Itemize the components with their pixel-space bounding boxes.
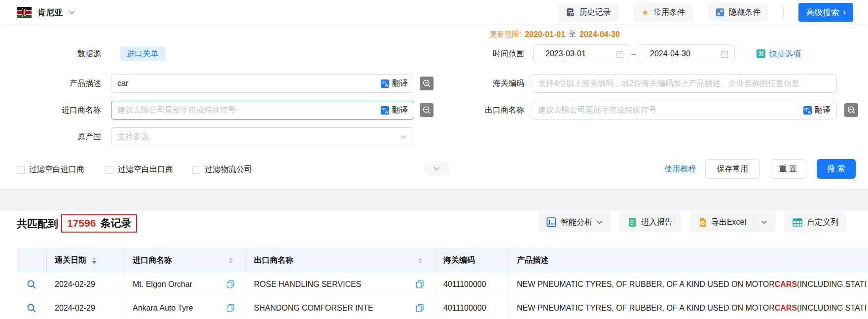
date-start-input[interactable] bbox=[540, 45, 616, 63]
quick-options-button[interactable]: ⌘ 快捷选项 bbox=[757, 44, 801, 63]
date-end-input[interactable] bbox=[644, 45, 721, 63]
hide-conditions-button[interactable]: 隐藏条件 bbox=[708, 3, 768, 21]
export-excel-button[interactable]: 导出Excel bbox=[690, 212, 775, 232]
cell-hs-code: 4011100000 bbox=[435, 296, 509, 319]
smart-analysis-button[interactable]: BI 智能分析 bbox=[538, 212, 611, 232]
translate-button[interactable]: 中 A 翻译 bbox=[803, 105, 836, 116]
svg-text:BI: BI bbox=[551, 222, 555, 226]
copy-icon bbox=[226, 304, 235, 312]
enter-report-button[interactable]: 进入报告 bbox=[619, 212, 681, 232]
translate-icon-a: A bbox=[385, 83, 389, 88]
importer-input[interactable] bbox=[111, 101, 381, 119]
data-source-chip[interactable]: 进口关单 bbox=[120, 46, 165, 61]
desc-text: (INCLUDING STATI bbox=[797, 280, 867, 289]
results-toolbar: BI 智能分析 进入报告 导出Excel bbox=[538, 212, 847, 232]
origin-select[interactable]: 支持多选 bbox=[111, 127, 414, 146]
report-icon bbox=[628, 217, 637, 227]
section-divider bbox=[0, 189, 868, 211]
desc-text: NEW PNEUMATIC TYRES, OF RUBBER, OF A KIN… bbox=[517, 304, 775, 313]
copy-button[interactable] bbox=[416, 280, 424, 288]
calendar-icon bbox=[721, 50, 728, 58]
importer-name[interactable]: Ankara Auto Tyre bbox=[133, 304, 193, 313]
exporter-input[interactable] bbox=[532, 101, 803, 119]
filter-logistics-checkbox[interactable]: 过滤物流公司 bbox=[192, 164, 252, 175]
exclude-search-button[interactable] bbox=[844, 103, 858, 117]
country-name: 肯尼亚 bbox=[37, 7, 63, 18]
filter-blank-exporter-checkbox[interactable]: 过滤空白出口商 bbox=[106, 164, 173, 175]
desc-highlight: CARS bbox=[775, 304, 797, 313]
custom-columns-button[interactable]: 自定义列 bbox=[784, 212, 847, 232]
collapse-form-button[interactable] bbox=[424, 161, 449, 175]
copy-icon bbox=[416, 304, 424, 312]
chevron-down-icon bbox=[433, 166, 440, 171]
sort-asc-icon[interactable] bbox=[229, 257, 233, 260]
advanced-search-button[interactable]: 高级搜索 › bbox=[798, 3, 853, 22]
product-desc-input[interactable] bbox=[111, 75, 381, 92]
hs-code-input[interactable] bbox=[532, 75, 836, 92]
history-icon bbox=[566, 8, 575, 17]
trade-search-page: 肯尼亚 历史记录 ★ 常用条件 bbox=[0, 0, 868, 319]
columns-grid-icon bbox=[793, 218, 802, 227]
history-label: 历史记录 bbox=[579, 7, 611, 18]
copy-button[interactable] bbox=[416, 304, 424, 312]
sort-desc-icon[interactable] bbox=[418, 261, 422, 264]
filter-label: 过滤空白进口商 bbox=[29, 164, 84, 175]
update-range-label: 更新范围: bbox=[490, 30, 521, 39]
view-detail-button[interactable] bbox=[27, 303, 36, 313]
sort-importer-control[interactable] bbox=[229, 257, 233, 264]
importer-label: 进口商名称 bbox=[0, 101, 101, 120]
kenya-flag-icon bbox=[17, 7, 32, 18]
row-detail-cell bbox=[17, 296, 47, 319]
country-selector[interactable]: 肯尼亚 bbox=[17, 0, 75, 25]
hs-code-field bbox=[532, 74, 837, 93]
header-detail-col bbox=[17, 248, 47, 273]
sort-asc-icon[interactable] bbox=[418, 257, 422, 260]
search-button[interactable]: 搜 索 bbox=[817, 159, 856, 179]
copy-button[interactable] bbox=[226, 304, 235, 312]
history-button[interactable]: 历史记录 bbox=[558, 3, 619, 21]
sort-asc-icon[interactable] bbox=[92, 257, 96, 260]
save-common-button[interactable]: 保存常用 bbox=[705, 159, 760, 179]
topbar-divider bbox=[783, 6, 784, 19]
checkbox-icon bbox=[106, 166, 113, 174]
reset-button[interactable]: 重 置 bbox=[771, 159, 805, 179]
desc-text: (INCLUDING STATI bbox=[797, 304, 867, 313]
exporter-name[interactable]: SHANDONG COMFORSER INTE bbox=[254, 304, 373, 313]
chevron-down-icon[interactable] bbox=[761, 221, 767, 224]
copy-button[interactable] bbox=[226, 280, 235, 288]
filter-label: 过滤空白出口商 bbox=[118, 164, 173, 175]
checkbox-icon bbox=[17, 166, 25, 174]
matched-prefix: 共匹配到 bbox=[17, 217, 58, 231]
view-detail-button[interactable] bbox=[27, 279, 36, 289]
custom-columns-label: 自定义列 bbox=[807, 217, 838, 228]
importer-name[interactable]: Mt. Elgon Orchar bbox=[133, 280, 192, 289]
date-end-field[interactable] bbox=[638, 44, 735, 63]
cell-date: 2024-02-29 bbox=[47, 296, 125, 319]
translate-button[interactable]: 中 A 翻译 bbox=[381, 105, 414, 116]
exclude-search-icon bbox=[847, 106, 856, 115]
table-row: 2024-02-29 Mt. Elgon Orchar ROSE HANDLIN… bbox=[17, 273, 868, 296]
sort-date-control[interactable] bbox=[92, 257, 96, 264]
collapse-icon bbox=[716, 8, 724, 17]
header-hs-code: 海关编码 bbox=[435, 248, 509, 273]
header-date[interactable]: 通关日期 bbox=[47, 248, 125, 273]
date-start-field[interactable] bbox=[533, 44, 630, 63]
header-exporter[interactable]: 出口商名称 bbox=[246, 248, 435, 273]
header-product-desc: 产品描述 bbox=[509, 248, 868, 273]
filter-blank-importer-checkbox[interactable]: 过滤空白进口商 bbox=[17, 164, 84, 175]
favorites-button[interactable]: ★ 常用条件 bbox=[634, 3, 693, 21]
translate-button[interactable]: 中 A 翻译 bbox=[381, 79, 414, 89]
copy-icon bbox=[226, 280, 235, 288]
sort-desc-icon[interactable] bbox=[229, 261, 233, 264]
hide-conditions-label: 隐藏条件 bbox=[729, 7, 760, 18]
update-range-start: 2020-01-01 bbox=[525, 30, 565, 39]
origin-placeholder: 支持多选 bbox=[111, 132, 149, 142]
sort-desc-icon[interactable] bbox=[92, 261, 96, 264]
exporter-name[interactable]: ROSE HANDLING SERVICES bbox=[254, 280, 362, 289]
header-importer-label: 进口商名称 bbox=[133, 255, 172, 266]
chevron-down-icon bbox=[597, 221, 602, 224]
chevron-down-icon bbox=[69, 10, 75, 14]
header-importer[interactable]: 进口商名称 bbox=[125, 248, 246, 273]
sort-exporter-control[interactable] bbox=[418, 257, 422, 264]
tutorial-link[interactable]: 使用教程 bbox=[664, 159, 696, 179]
